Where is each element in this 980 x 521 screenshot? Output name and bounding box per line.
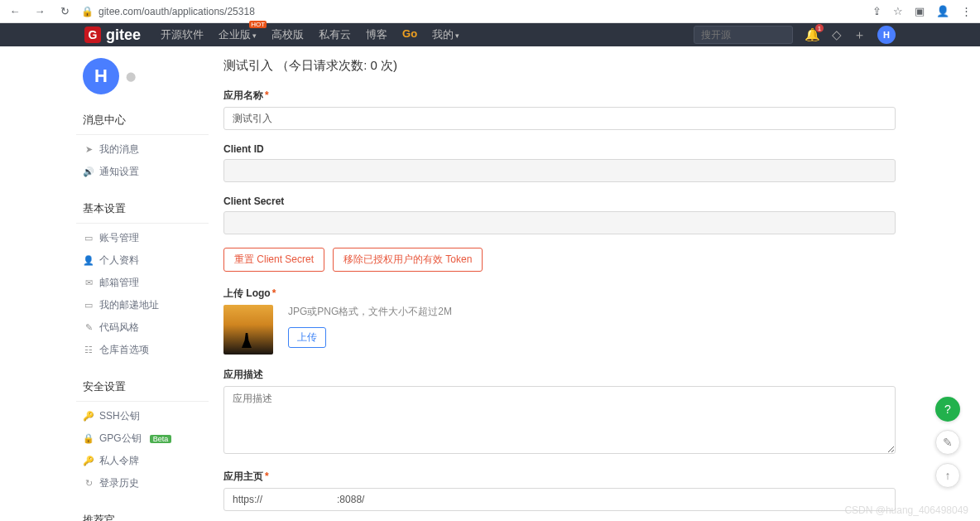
url-text: gitee.com/oauth/applications/25318: [98, 6, 255, 17]
search-input[interactable]: [694, 26, 793, 44]
top-nav: G gitee 开源软件 企业版HOT 高校版 私有云 博客 Go 我的 🔔1 …: [0, 23, 980, 46]
homepage-input[interactable]: [223, 488, 896, 511]
nav-edu[interactable]: 高校版: [271, 27, 304, 42]
menu-item-label: 我的邮递地址: [99, 298, 159, 312]
avatar[interactable]: H: [877, 26, 896, 44]
logo-text: gitee: [106, 27, 141, 44]
lock-icon: 🔒: [81, 6, 94, 17]
share-icon[interactable]: ⇪: [872, 5, 882, 17]
menu-item-icon: ↻: [83, 478, 94, 489]
menu-item-icon: 🔑: [83, 456, 94, 466]
user-avatar[interactable]: H: [83, 58, 119, 94]
upload-button[interactable]: 上传: [288, 327, 326, 348]
forward-icon[interactable]: →: [33, 5, 46, 18]
url-bar[interactable]: 🔒 gitee.com/oauth/applications/25318: [81, 6, 255, 17]
watermark: CSDN @huang_406498049: [844, 504, 968, 516]
menu-item-icon: 🔑: [83, 411, 94, 422]
menu-group-title: 消息中心: [76, 106, 209, 135]
logo-hint: JPG或PNG格式，文件大小不超过2M: [288, 305, 452, 319]
main-content: 测试引入 （今日请求次数: 0 次) 应用名称* Client ID Clien…: [209, 46, 904, 521]
menu-group-title: 基本设置: [76, 195, 209, 224]
menu-item-icon: 🔒: [83, 433, 94, 444]
name-label: 应用名称*: [223, 89, 896, 103]
top-button[interactable]: ↑: [935, 463, 960, 488]
menu-item-label: 登录历史: [99, 476, 139, 490]
logo-preview: [223, 305, 273, 355]
menu-item-label: 个人资料: [99, 253, 139, 268]
bell-icon[interactable]: 🔔1: [805, 27, 820, 42]
nav-enterprise[interactable]: 企业版HOT: [219, 27, 257, 42]
nav-mine[interactable]: 我的: [432, 27, 459, 42]
logo-label: 上传 Logo*: [223, 287, 896, 301]
revoke-token-button[interactable]: 移除已授权用户的有效 Token: [333, 248, 483, 272]
star-icon[interactable]: ☆: [893, 5, 903, 17]
menu-item-label: 账号管理: [99, 231, 139, 245]
browser-chrome: ← → ↻ 🔒 gitee.com/oauth/applications/253…: [0, 0, 980, 23]
menu-item-label: 代码风格: [99, 321, 139, 335]
menu-item-label: 仓库首选项: [99, 343, 149, 357]
nav-opensource[interactable]: 开源软件: [161, 27, 204, 42]
menu-item-label: GPG公钥: [99, 432, 142, 446]
back-icon[interactable]: ←: [8, 5, 22, 18]
menu-item[interactable]: 🔒GPG公钥Beta: [76, 427, 209, 450]
menu-item-label: SSH公钥: [99, 409, 140, 423]
menu-item[interactable]: ✉邮箱管理: [76, 272, 209, 294]
menu-item-icon: ▭: [83, 300, 94, 311]
menu-group-title: 安全设置: [76, 373, 209, 402]
menu-item-icon: ✎: [83, 322, 94, 333]
client-id-label: Client ID: [223, 143, 896, 155]
sidebar: H ⬤ 消息中心➤我的消息🔊通知设置基本设置▭账号管理👤个人资料✉邮箱管理▭我的…: [76, 46, 209, 521]
name-input[interactable]: [223, 107, 896, 130]
page-title: 测试引入 （今日请求次数: 0 次): [223, 58, 896, 74]
float-buttons: ? ✎ ↑: [935, 397, 960, 488]
menu-item-icon: ☷: [83, 345, 94, 355]
menu-item[interactable]: ✎代码风格: [76, 316, 209, 339]
menu-item[interactable]: ☷仓库首选项: [76, 339, 209, 361]
nav-go[interactable]: Go: [402, 27, 417, 42]
menu-item[interactable]: 👤个人资料: [76, 249, 209, 272]
user-block: H ⬤: [76, 55, 209, 106]
panel-icon[interactable]: ▣: [915, 5, 925, 17]
menu-item-icon: ➤: [83, 144, 94, 155]
user-meta: ⬤: [126, 71, 136, 82]
menu-icon[interactable]: ⋮: [961, 5, 972, 17]
menu-item-label: 通知设置: [99, 165, 139, 179]
profile-icon[interactable]: 👤: [936, 5, 949, 17]
client-secret-input: [223, 211, 896, 234]
feedback-button[interactable]: ✎: [935, 430, 960, 455]
menu-item[interactable]: ➤我的消息: [76, 138, 209, 161]
menu-item[interactable]: 🔑SSH公钥: [76, 405, 209, 427]
menu-item[interactable]: 🔑私人令牌: [76, 450, 209, 472]
menu-item-icon: ✉: [83, 277, 94, 288]
menu-item-label: 私人令牌: [99, 454, 139, 468]
logo-badge-icon: G: [84, 27, 101, 43]
menu-group-title: 推荐官: [76, 506, 209, 521]
menu-item-label: 我的消息: [99, 142, 139, 157]
plus-icon[interactable]: ＋: [853, 27, 866, 43]
menu-item[interactable]: ▭账号管理: [76, 227, 209, 249]
client-id-input: [223, 159, 896, 182]
menu-item-icon: ▭: [83, 233, 94, 244]
client-secret-label: Client Secret: [223, 195, 896, 207]
reload-icon[interactable]: ↻: [58, 5, 71, 18]
menu-item[interactable]: 🔊通知设置: [76, 161, 209, 183]
menu-item-icon: 👤: [83, 255, 94, 266]
menu-item[interactable]: ▭我的邮递地址: [76, 294, 209, 316]
help-button[interactable]: ?: [935, 397, 960, 422]
logo[interactable]: G gitee: [84, 27, 141, 44]
nav-private[interactable]: 私有云: [319, 27, 351, 42]
reset-secret-button[interactable]: 重置 Client Secret: [223, 248, 324, 272]
menu-item-icon: 🔊: [83, 166, 94, 177]
homepage-label: 应用主页*: [223, 470, 896, 484]
beta-badge: Beta: [150, 435, 172, 443]
desc-label: 应用描述: [223, 368, 896, 382]
nav-blog[interactable]: 博客: [366, 27, 387, 42]
bulb-icon[interactable]: ◇: [832, 27, 842, 42]
menu-item[interactable]: ↻登录历史: [76, 472, 209, 494]
desc-textarea[interactable]: [223, 386, 896, 454]
menu-item-label: 邮箱管理: [99, 276, 139, 290]
